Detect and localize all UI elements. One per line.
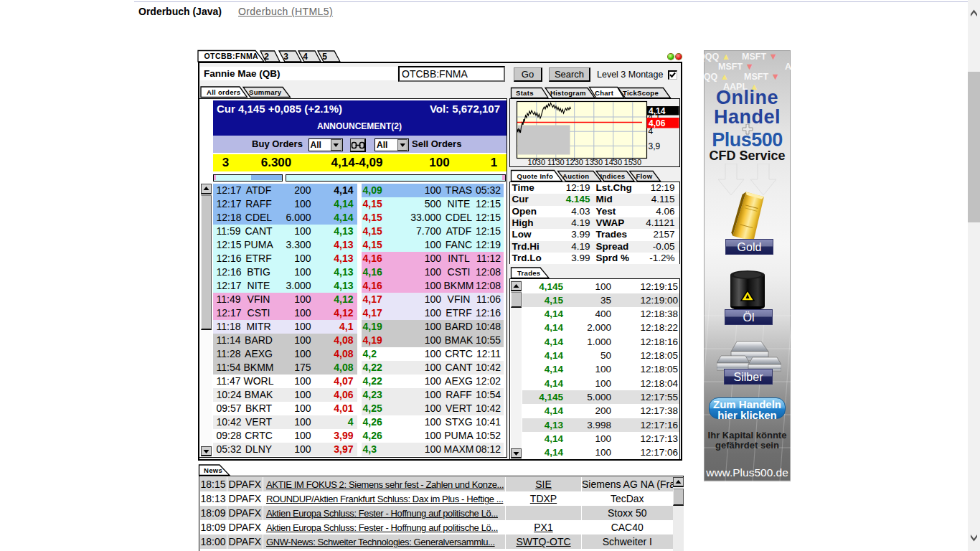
svg-text:4: 4	[303, 52, 308, 62]
svg-text:Stats: Stats	[516, 89, 534, 97]
svg-text:Histogram: Histogram	[550, 89, 586, 97]
svg-text:Chart: Chart	[595, 89, 614, 97]
svg-text:1130: 1130	[547, 158, 564, 166]
svg-text:2: 2	[264, 52, 269, 62]
svg-text:Auction: Auction	[562, 172, 589, 180]
svg-text:Indices: Indices	[600, 172, 626, 180]
svg-text:1530: 1530	[623, 158, 641, 166]
svg-text:Quote Info: Quote Info	[517, 172, 554, 180]
svg-text:OTCBB:FNMA: OTCBB:FNMA	[204, 52, 259, 60]
svg-text:5: 5	[322, 52, 327, 62]
svg-text:News: News	[204, 466, 222, 474]
svg-text:TickScope: TickScope	[623, 89, 659, 97]
svg-text:1330: 1330	[585, 158, 602, 166]
svg-text:3,9: 3,9	[648, 141, 660, 151]
svg-text:Trades: Trades	[517, 269, 540, 277]
svg-text:4: 4	[648, 126, 653, 136]
svg-text:1230: 1230	[565, 158, 583, 166]
svg-text:Flow: Flow	[636, 172, 653, 180]
svg-text:1430: 1430	[604, 158, 621, 166]
svg-text:1030: 1030	[527, 158, 545, 166]
svg-text:3: 3	[283, 52, 288, 62]
svg-text:Summary: Summary	[249, 88, 282, 96]
svg-text:All orders: All orders	[207, 88, 240, 96]
